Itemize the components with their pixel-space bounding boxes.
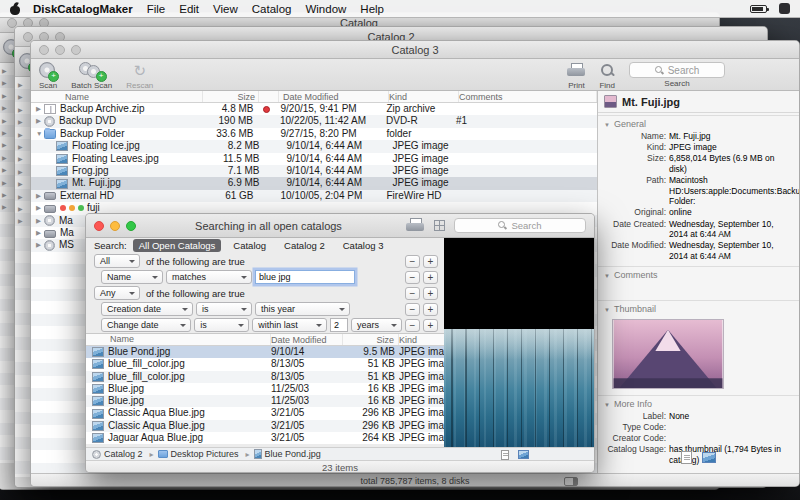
add-rule-button[interactable]: + (423, 271, 438, 284)
minimize-icon[interactable] (110, 221, 120, 231)
search-input[interactable]: Search (629, 62, 725, 78)
remove-rule-button[interactable]: − (405, 287, 420, 300)
table-row[interactable]: Floating Ice.jpg 8.2 MB 9/10/14, 6:44 AM… (31, 140, 597, 152)
section-more-info[interactable]: More Info (598, 395, 799, 411)
file-icon (44, 205, 56, 213)
remove-rule-button[interactable]: − (405, 319, 420, 332)
comments-area[interactable] (598, 282, 799, 298)
breadcrumb-item[interactable]: Catalog 2 (92, 449, 158, 459)
value-popup[interactable]: this year (255, 302, 350, 316)
operator-popup[interactable]: is (194, 318, 249, 332)
table-row[interactable]: ▶ Backup DVD 190 MB 10/22/05, 11:42 AM D… (31, 115, 597, 127)
scope-all-open-catalogs[interactable]: All Open Catalogs (133, 239, 222, 252)
breadcrumb-item[interactable]: Blue Pond.jpg (254, 449, 324, 459)
preview-view-icon[interactable] (702, 452, 716, 463)
group-operator-popup[interactable]: All (94, 254, 140, 268)
app-menu[interactable]: DiskCatalogMaker (33, 3, 133, 15)
attribute-popup[interactable]: Name (101, 270, 163, 284)
toggle-inspector-icon[interactable] (564, 477, 578, 486)
field-label: Label: (604, 411, 666, 422)
info-view-icon[interactable] (681, 451, 692, 464)
menu-file[interactable]: File (147, 3, 166, 15)
add-rule-button[interactable]: + (423, 319, 438, 332)
search-icon (498, 221, 507, 230)
operator-popup[interactable]: matches (166, 270, 252, 284)
section-thumbnail[interactable]: Thumbnail (598, 300, 799, 316)
zoom-icon[interactable] (126, 221, 136, 231)
column-header-size[interactable]: Size (343, 334, 399, 345)
menu-edit[interactable]: Edit (179, 3, 199, 15)
range-popup[interactable]: within last (252, 318, 327, 332)
apple-menu-icon[interactable] (10, 2, 21, 15)
column-header-size[interactable]: Size (203, 91, 259, 102)
table-row[interactable]: Mt. Fuji.jpg 6.9 MB 9/10/14, 6:44 AM JPE… (31, 177, 597, 189)
column-header-date-modified[interactable]: Date Modified (271, 334, 343, 345)
disclosure-triangle-icon[interactable]: ▶ (31, 190, 44, 202)
batch-scan-button[interactable]: Batch Scan (71, 61, 112, 90)
scope-catalog[interactable]: Catalog (227, 239, 272, 252)
section-general[interactable]: General (598, 115, 799, 131)
field-value: JPEG image (669, 142, 793, 153)
cell-kind: DVD-R (386, 115, 456, 127)
disclosure-triangle-icon[interactable]: ▶ (31, 103, 44, 115)
summary-view-icon[interactable] (434, 220, 445, 231)
info-view-icon[interactable] (501, 450, 509, 460)
cell-size: 11.5 MB (207, 153, 263, 165)
scope-catalog2[interactable]: Catalog 2 (278, 239, 331, 252)
add-rule-button[interactable]: + (423, 255, 438, 268)
add-rule-button[interactable]: + (423, 303, 438, 316)
operator-popup[interactable]: is (196, 302, 252, 316)
close-icon[interactable] (94, 221, 104, 231)
disclosure-triangle-icon[interactable]: ▶ (31, 227, 44, 239)
printer-icon (567, 63, 585, 78)
remove-rule-button[interactable]: − (405, 271, 420, 284)
table-row[interactable]: ▶ Backup Archive.zip 4.8 MB 9/20/15, 9:4… (31, 103, 597, 115)
unit-popup[interactable]: years (351, 318, 402, 332)
remove-rule-button[interactable]: − (405, 303, 420, 316)
column-header-name[interactable]: Name (31, 91, 203, 102)
rescan-button[interactable]: ↻ Rescan (126, 61, 153, 90)
breadcrumb-item[interactable]: Desktop Pictures (158, 449, 254, 459)
disclosure-triangle-icon[interactable]: ▶ (31, 115, 44, 127)
menu-help[interactable]: Help (360, 3, 384, 15)
disclosure-triangle-icon[interactable]: ▶ (31, 202, 44, 214)
menu-window[interactable]: Window (305, 3, 346, 15)
print-icon[interactable] (406, 218, 424, 233)
preview-view-icon[interactable] (518, 450, 529, 459)
menu-view[interactable]: View (213, 3, 238, 15)
label-dots-icon (60, 205, 84, 211)
remove-rule-button[interactable]: − (405, 255, 420, 268)
info-field: Date Modified: Wednesday, September 10, … (604, 240, 793, 261)
column-header-comments[interactable]: Comments (459, 91, 597, 102)
disclosure-triangle-icon[interactable]: ▼ (31, 128, 44, 140)
field-value: 6,858,014 Bytes (6.9 MB on disk) (669, 153, 793, 174)
scope-catalog3[interactable]: Catalog 3 (337, 239, 390, 252)
menu-extra-icon[interactable] (779, 3, 790, 14)
thumbnail-image (598, 316, 799, 393)
add-rule-button[interactable]: + (423, 287, 438, 300)
menu-catalog[interactable]: Catalog (252, 3, 292, 15)
battery-icon[interactable] (750, 5, 767, 13)
column-header-date-modified[interactable]: Date Modified (279, 91, 389, 102)
search-input[interactable]: Search (454, 218, 586, 233)
info-field: Type Code: (604, 422, 793, 433)
print-button[interactable]: Print (567, 61, 585, 90)
section-comments[interactable]: Comments (598, 266, 799, 282)
breadcrumb-icon (92, 450, 101, 459)
number-input[interactable] (330, 318, 348, 332)
attribute-popup[interactable]: Change date (101, 318, 191, 332)
table-row[interactable]: Frog.jpg 7.1 MB 9/10/14, 6:44 AM JPEG im… (31, 165, 597, 177)
group-operator-popup[interactable]: Any (94, 286, 140, 300)
column-header-name[interactable]: Name (86, 334, 271, 345)
find-button[interactable]: Find (599, 61, 615, 90)
column-header-kind[interactable]: Kind (389, 91, 459, 102)
cell-name: Frog.jpg (72, 165, 207, 177)
table-row[interactable]: ▶ External HD 61 GB 10/10/05, 2:04 PM Fi… (31, 190, 597, 202)
disclosure-triangle-icon[interactable]: ▶ (31, 239, 44, 251)
search-term-input[interactable] (255, 270, 355, 284)
scan-button[interactable]: Scan (39, 61, 57, 90)
table-row[interactable]: ▼ Backup Folder 33.6 MB 9/27/15, 8:20 PM… (31, 128, 597, 140)
table-row[interactable]: Floating Leaves.jpg 11.5 MB 9/10/14, 6:4… (31, 153, 597, 165)
disclosure-triangle-icon[interactable]: ▶ (31, 215, 44, 227)
attribute-popup[interactable]: Creation date (101, 302, 193, 316)
